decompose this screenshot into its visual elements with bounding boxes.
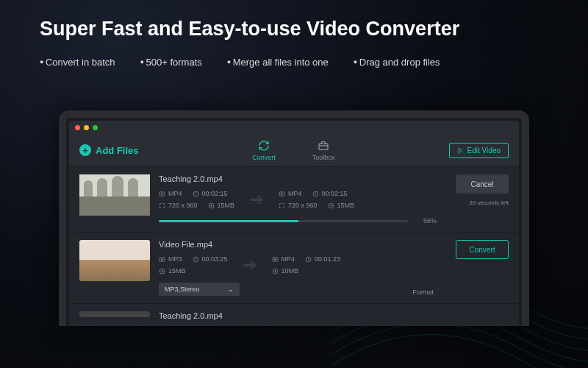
disk-icon bbox=[328, 202, 334, 209]
svg-rect-0 bbox=[319, 144, 328, 149]
clock-icon bbox=[312, 191, 319, 197]
add-files-button[interactable]: + Add Files bbox=[79, 144, 139, 156]
plus-icon: + bbox=[79, 144, 91, 156]
tab-convert[interactable]: Convert bbox=[252, 139, 276, 161]
convert-icon bbox=[257, 139, 270, 152]
expand-icon bbox=[279, 202, 285, 209]
video-icon bbox=[159, 191, 165, 197]
target-meta: MP4 00:02:15 720 x 960 15MB bbox=[279, 190, 354, 209]
svg-point-20 bbox=[274, 270, 276, 272]
bullet-item: Drag and drop files bbox=[354, 57, 440, 68]
headline: Super Fast and Easy-to-use Video Convert… bbox=[0, 0, 588, 40]
progress-percent: 56% bbox=[416, 217, 437, 224]
format-label: Format bbox=[412, 289, 434, 296]
bullet-item: Convert in batch bbox=[40, 57, 115, 68]
svg-point-1 bbox=[458, 148, 459, 149]
thumbnail[interactable] bbox=[79, 311, 150, 317]
svg-point-12 bbox=[330, 205, 331, 206]
toolbar: + Add Files Convert Toolbox bbox=[69, 134, 519, 166]
file-item: Teaching 2.0.mp4 MP4 00:02:15 720 x 960 … bbox=[69, 166, 519, 232]
svg-point-16 bbox=[162, 270, 163, 272]
svg-point-8 bbox=[210, 205, 212, 206]
tab-convert-label: Convert bbox=[252, 154, 276, 161]
target-meta: MP4 00:01:23 10MB bbox=[272, 255, 341, 275]
audio-icon bbox=[159, 256, 165, 263]
chevron-down-icon: ⌄ bbox=[228, 286, 234, 293]
svg-rect-4 bbox=[79, 197, 150, 216]
feature-bullets: Convert in batch 500+ formats Merge all … bbox=[0, 40, 588, 68]
arrow-right-icon: ➔ bbox=[246, 189, 267, 210]
expand-icon bbox=[159, 202, 165, 209]
time-left-label: 20 seconds left bbox=[469, 199, 509, 206]
arrow-right-icon: ➔ bbox=[240, 255, 260, 275]
clock-icon bbox=[193, 256, 199, 263]
bullet-item: 500+ formats bbox=[140, 57, 202, 68]
disk-icon bbox=[272, 268, 279, 275]
toolbox-icon bbox=[317, 139, 330, 152]
window-minimize-icon[interactable] bbox=[84, 125, 89, 130]
window-zoom-icon[interactable] bbox=[93, 125, 98, 130]
source-meta: MP3 00:03:25 15MB bbox=[159, 255, 228, 275]
file-item: Teaching 2.0.mp4 bbox=[69, 303, 519, 326]
titlebar bbox=[69, 121, 519, 134]
edit-video-label: Edit Video bbox=[467, 146, 501, 155]
source-meta: MP4 00:02:15 720 x 960 15MB bbox=[159, 190, 234, 209]
file-list: Teaching 2.0.mp4 MP4 00:02:15 720 x 960 … bbox=[69, 166, 519, 326]
video-icon bbox=[272, 256, 279, 263]
clock-icon bbox=[193, 191, 199, 197]
file-name: Teaching 2.0.mp4 bbox=[159, 174, 437, 183]
file-name: Teaching 2.0.mp4 bbox=[159, 311, 509, 320]
disk-icon bbox=[159, 268, 165, 275]
tab-toolbox-label: Toolbox bbox=[312, 154, 335, 161]
convert-button[interactable]: Convert bbox=[456, 240, 509, 259]
disk-icon bbox=[208, 202, 215, 209]
svg-point-2 bbox=[458, 151, 459, 152]
add-files-label: Add Files bbox=[96, 145, 139, 156]
app-window: + Add Files Convert Toolbox bbox=[69, 121, 519, 326]
audio-format-dropdown[interactable]: MP3,Stereo ⌄ bbox=[159, 283, 240, 296]
scissors-icon bbox=[457, 147, 464, 154]
progress-bar bbox=[159, 220, 409, 222]
window-close-icon[interactable] bbox=[75, 125, 80, 130]
clock-icon bbox=[305, 256, 312, 263]
bullet-item: Merge all files into one bbox=[227, 57, 329, 68]
cancel-button[interactable]: Cancel bbox=[456, 174, 509, 194]
file-item: Video File.mp4 MP3 00:03:25 15MB bbox=[69, 232, 519, 303]
laptop-mockup: + Add Files Convert Toolbox bbox=[59, 110, 529, 326]
video-icon bbox=[279, 191, 285, 197]
edit-video-button[interactable]: Edit Video bbox=[449, 143, 509, 158]
file-name: Video File.mp4 bbox=[159, 240, 437, 249]
tab-toolbox[interactable]: Toolbox bbox=[312, 139, 335, 161]
thumbnail[interactable] bbox=[79, 240, 150, 281]
thumbnail[interactable] bbox=[79, 174, 150, 216]
